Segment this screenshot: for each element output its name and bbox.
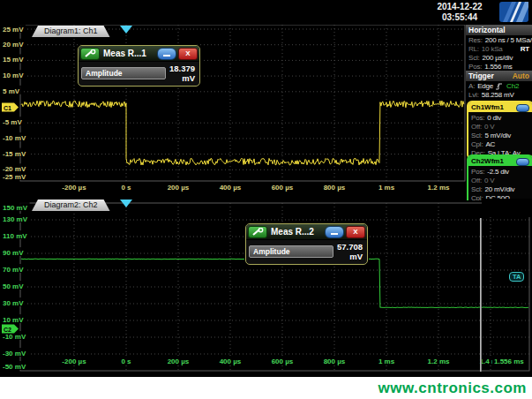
minimize-icon <box>163 55 170 56</box>
wrench-icon <box>251 228 264 237</box>
minimize-icon <box>331 233 338 235</box>
ch2-pos-row: Pos:-2.5 div <box>468 167 532 176</box>
svg-text:800 µs: 800 µs <box>324 358 346 365</box>
top-bar: 2014-12-22 03:55:44 <box>0 0 532 24</box>
horizontal-rl-row: RL:10 kSa RT <box>466 44 532 53</box>
svg-text:10 mV: 10 mV <box>3 316 24 324</box>
ch2-off-row: Off:0 V <box>468 176 532 184</box>
wrench-icon <box>84 49 96 58</box>
rohde-schwarz-logo <box>499 2 528 22</box>
realtime-badge: RT <box>521 45 529 53</box>
svg-text:90 mV: 90 mV <box>3 249 24 257</box>
trigger-mode-badge: Auto <box>513 72 529 80</box>
svg-text:-30 mV: -30 mV <box>3 350 26 358</box>
minimize-icon[interactable] <box>516 104 529 112</box>
svg-text:-200 µs: -200 µs <box>62 358 86 365</box>
trigger-panel-header[interactable]: Trigger Auto <box>466 71 532 81</box>
meas2-title-bar[interactable]: Meas R...2 X <box>246 224 367 240</box>
edge-trigger-icon <box>495 82 504 90</box>
svg-text:-10 mV: -10 mV <box>3 134 26 142</box>
svg-text:200 µs: 200 µs <box>168 184 190 192</box>
svg-text:600 µs: 600 µs <box>272 358 294 365</box>
svg-text:1.2 ms: 1.2 ms <box>428 184 450 192</box>
settings-sidebar: Horizontal Res:200 ns / 5 MSa/s RL:10 kS… <box>466 25 532 218</box>
svg-text:30 mV: 30 mV <box>3 299 24 307</box>
horizontal-scl-row: Scl:200 µs/div <box>466 53 532 62</box>
horizontal-panel-header[interactable]: Horizontal <box>466 25 532 35</box>
diagram1-plot[interactable]: 25 mV20 mV15 mV10 mV5 mV-5 mV-10 mV-15 m… <box>0 25 466 199</box>
svg-text:1.2 ms: 1.2 ms <box>428 358 450 365</box>
meas1-title-bar[interactable]: Meas R...1 X <box>79 46 199 62</box>
svg-text:70 mV: 70 mV <box>3 266 24 274</box>
minimize-button[interactable] <box>325 226 344 238</box>
svg-text:-200 µs: -200 µs <box>62 184 86 192</box>
watermark-text: www.cntronics.com <box>378 380 527 397</box>
svg-text:-15 mV: -15 mV <box>3 150 26 158</box>
svg-text:400 µs: 400 µs <box>220 358 242 365</box>
svg-text:-25 mV: -25 mV <box>3 173 26 181</box>
diagram1-tab[interactable]: Diagram1: Ch1 <box>32 26 110 37</box>
date-text: 2014-12-22 <box>424 2 495 12</box>
trigger-position-marker-diagram1[interactable] <box>120 26 132 34</box>
svg-text:20 mV: 20 mV <box>3 41 24 49</box>
panel-grid-divider <box>480 218 482 372</box>
meas1-field-label: Amplitude <box>81 67 166 79</box>
svg-text:600 µs: 600 µs <box>272 184 294 192</box>
horizontal-pos-row: Pos:1.556 ms <box>466 62 532 71</box>
horizontal-res-row: Res:200 ns / 5 MSa/s <box>466 35 532 44</box>
ch1-panel-header[interactable]: Ch1Wfm1 <box>468 102 532 112</box>
trigger-a-row: A:Edge Ch2 <box>466 81 532 90</box>
wrench-settings-button[interactable] <box>80 48 100 60</box>
svg-text:110 mV: 110 mV <box>3 232 27 240</box>
svg-text:-5 mV: -5 mV <box>3 118 22 126</box>
svg-text:800 µs: 800 µs <box>324 184 346 192</box>
ch2-panel-title: Ch2Wfm1 <box>471 156 504 166</box>
svg-text:130 mV: 130 mV <box>3 215 28 223</box>
svg-text:150 mV: 150 mV <box>3 204 28 212</box>
svg-text:5 mV: 5 mV <box>3 87 20 95</box>
minimize-button[interactable] <box>157 48 176 60</box>
meas1-dialog-title: Meas R...1 <box>101 49 155 58</box>
meas2-dialog-title: Meas R...2 <box>269 227 323 237</box>
time-text: 03:55:44 <box>424 12 495 23</box>
svg-text:1 ms: 1 ms <box>378 358 395 365</box>
trigger-title: Trigger <box>468 72 494 80</box>
scope-display-area: 2014-12-22 03:55:44 25 mV20 mV15 mV10 mV… <box>0 0 532 377</box>
meas2-result-row: Amplitude 57.708 mV <box>246 240 367 264</box>
trigger-position-marker-diagram2[interactable] <box>120 200 132 207</box>
diagram1-tab-label: Diagram1: Ch1 <box>44 26 98 35</box>
svg-text:0 s: 0 s <box>121 358 131 365</box>
minimize-icon[interactable] <box>516 158 529 166</box>
meas-result-dialog-1: Meas R...1 X Amplitude 18.379 mV <box>78 45 200 87</box>
close-button[interactable]: X <box>346 226 365 238</box>
meas1-value: 18.379 mV <box>166 64 197 83</box>
ch1-off-row: Off:0 V <box>468 122 532 131</box>
svg-text:-50 mV: -50 mV <box>3 363 26 371</box>
svg-text:200 µs: 200 µs <box>168 358 190 365</box>
watermark-strip: www.cntronics.com <box>0 377 532 399</box>
svg-text:10 mV: 10 mV <box>3 72 24 79</box>
ch2-panel-header[interactable]: Ch2Wfm1 <box>468 156 532 166</box>
horizontal-title: Horizontal <box>468 26 506 34</box>
grid-edge-time-label: 1.556 ms <box>492 358 526 365</box>
svg-text:15 mV: 15 mV <box>3 56 24 64</box>
oscilloscope-screen: 2014-12-22 03:55:44 25 mV20 mV15 mV10 mV… <box>0 0 532 399</box>
diagram2-tab-label: Diagram2: Ch2 <box>44 200 98 209</box>
svg-text:0 s: 0 s <box>121 184 131 192</box>
ch2-scl-row: Scl:20 mV/div <box>468 184 532 193</box>
ch1-panel-title: Ch1Wfm1 <box>471 102 504 112</box>
svg-text:1 ms: 1 ms <box>378 184 395 192</box>
svg-text:-10 mV: -10 mV <box>3 333 26 341</box>
close-button[interactable]: X <box>178 48 198 60</box>
svg-text:50 mV: 50 mV <box>3 282 24 290</box>
svg-text:C2: C2 <box>4 327 11 333</box>
wrench-settings-button[interactable] <box>248 226 267 238</box>
ch1-waveform-panel: Ch1Wfm1 Pos:0 div Off:0 V Scl:5 mV/div C… <box>467 101 532 160</box>
svg-text:25 mV: 25 mV <box>3 26 24 34</box>
meas1-result-row: Amplitude 18.379 mV <box>79 62 199 86</box>
ch1-pos-row: Pos:0 div <box>468 113 532 122</box>
datetime-display: 2014-12-22 03:55:44 <box>424 2 495 23</box>
diagram2-tab[interactable]: Diagram2: Ch2 <box>32 200 110 211</box>
svg-text:400 µs: 400 µs <box>220 184 242 192</box>
ch1-scl-row: Scl:5 mV/div <box>468 131 532 139</box>
